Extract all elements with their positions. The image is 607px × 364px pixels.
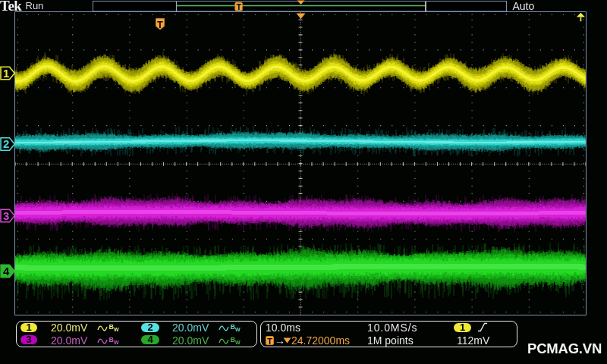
- svg-text:2: 2: [3, 137, 9, 150]
- svg-text:T: T: [157, 20, 163, 30]
- svg-text:1: 1: [3, 67, 9, 80]
- svg-text:T: T: [236, 2, 241, 11]
- svg-text:4: 4: [3, 265, 10, 278]
- svg-text:3: 3: [3, 209, 9, 222]
